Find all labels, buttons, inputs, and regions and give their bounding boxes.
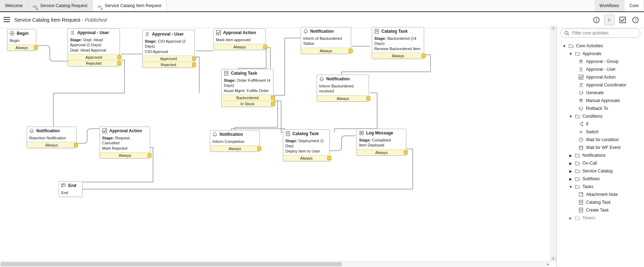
workflow-canvas-wrap[interactable]: Begin Begin Always Approval - User Stage…: [0, 26, 556, 28]
workflow-icon: [33, 3, 38, 8]
svg-rect-2: [98, 6, 99, 7]
info-button[interactable]: [591, 15, 601, 25]
play-button[interactable]: [604, 15, 615, 25]
workflow-canvas[interactable]: Begin Begin Always Approval - User Stage…: [0, 26, 463, 28]
svg-rect-7: [620, 17, 625, 23]
node-catalog-task-receive[interactable]: Catalog Task Stage: Backordered (14 Days…: [372, 27, 424, 28]
workflow-icon: [98, 3, 103, 8]
vertical-scrollbar[interactable]: ▴▾: [550, 26, 556, 28]
validate-button[interactable]: [618, 15, 628, 25]
svg-rect-1: [36, 9, 38, 10]
svg-text:?: ?: [634, 18, 637, 22]
menu-button[interactable]: [4, 17, 10, 23]
tab-service-catalog-item-request[interactable]: Service Catalog Item Request: [93, 0, 167, 11]
tab-label: Service Catalog Request: [40, 0, 88, 11]
tab-core[interactable]: Core: [624, 0, 644, 11]
status-text: Published: [85, 17, 107, 23]
title-text: Service Catalog Item Request: [14, 17, 80, 23]
node-notif-backordered[interactable]: Notification Inform of Backordered Statu…: [301, 27, 351, 28]
page-title: Service Catalog Item Request - Published: [14, 17, 107, 23]
svg-point-5: [596, 18, 597, 19]
side-panel: ▼Core Activities ▼Approvals Approval - G…: [556, 26, 644, 28]
top-tab-bar: Welcome Service Catalog Request Service …: [0, 0, 644, 12]
tab-workflows[interactable]: Workflows: [595, 0, 624, 11]
svg-rect-0: [33, 6, 35, 7]
svg-rect-6: [596, 20, 597, 22]
tab-label: Service Catalog Item Request: [105, 0, 162, 11]
help-button[interactable]: ?: [630, 15, 640, 25]
tab-service-catalog-request[interactable]: Service Catalog Request: [28, 0, 93, 11]
svg-rect-3: [101, 9, 102, 10]
tab-welcome[interactable]: Welcome: [0, 0, 28, 11]
